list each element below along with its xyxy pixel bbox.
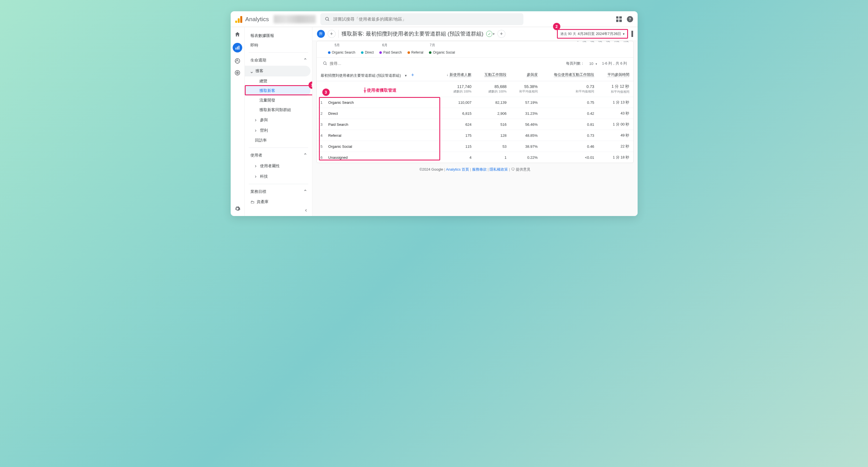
- folder-icon: 🗀: [250, 200, 254, 204]
- svg-rect-3: [237, 46, 238, 50]
- reports-icon[interactable]: [232, 43, 242, 53]
- sidebar-item-traffic[interactable]: 流量開發: [245, 96, 312, 105]
- sidebar-collapse-button[interactable]: ‹: [305, 207, 307, 213]
- sidebar-item-retention[interactable]: 回訪率: [245, 136, 312, 145]
- dimension-cell: 6 Unassigned: [317, 152, 437, 163]
- table-row[interactable]: 6 Unassigned410.22%<0.011 分 18 秒: [317, 152, 633, 163]
- metric-cell: 1: [475, 152, 510, 163]
- home-icon[interactable]: [234, 31, 241, 38]
- legend-item[interactable]: Referral: [407, 51, 424, 55]
- svg-line-1: [328, 20, 329, 21]
- metric-cell: 1 分 13 秒: [598, 97, 633, 108]
- svg-rect-2: [236, 48, 236, 50]
- chevron-up-icon: ⌃: [303, 152, 307, 158]
- chart-axis-num: 10萬: [614, 41, 619, 43]
- sidebar-section-lifecycle[interactable]: 生命週期 ⌃: [245, 55, 312, 66]
- chart-month-label: 5月: [335, 43, 340, 48]
- chart-area: 02萬4萬6萬8萬10萬12萬 5月6月7月 Organic SearchDir…: [317, 41, 633, 57]
- add-filter-button[interactable]: +: [497, 30, 505, 38]
- annotation-label-3: 使用者獲取管道: [365, 87, 397, 93]
- table-search-input[interactable]: [330, 61, 386, 66]
- col-engaged-sessions[interactable]: 互動工作階段: [475, 69, 510, 81]
- legend-item[interactable]: Organic Social: [429, 51, 455, 55]
- breadcrumb-bar: 所 + 獲取新客: 最初招攬到使用者的主要管道群組 (預設管道群組) ✓ ▾ +…: [312, 27, 638, 41]
- col-sessions-per-user[interactable]: 每位使用者互動工作階段: [542, 69, 598, 81]
- scope-badge[interactable]: 所: [317, 30, 325, 38]
- sidebar-item-acquisition[interactable]: ⌃ 獲客: [245, 66, 310, 76]
- footer-link-feedback[interactable]: 提供意見: [516, 167, 530, 172]
- metric-cell: 82,139: [475, 97, 510, 108]
- table-row[interactable]: 3 Paid Search62451656.46%0.811 分 00 秒: [317, 119, 633, 130]
- global-search[interactable]: [320, 13, 523, 25]
- add-dimension-button[interactable]: +: [411, 72, 414, 78]
- advertising-icon[interactable]: [234, 69, 241, 76]
- footer-link-home[interactable]: Analytics 首頁: [446, 167, 469, 172]
- table-controls: 每頁列數： 10 ▾ 1-6 列，共 6 列: [317, 57, 633, 69]
- page-title: 獲取新客: 最初招攬到使用者的主要管道群組 (預設管道群組): [341, 30, 484, 37]
- admin-gear-icon[interactable]: [234, 205, 241, 212]
- sidebar-section-user[interactable]: 使用者 ⌃: [245, 150, 312, 161]
- chevron-down-icon: ⌃: [250, 68, 254, 74]
- metric-cell: 6,815: [437, 108, 475, 119]
- rows-per-page-select[interactable]: 10 ▾: [589, 61, 597, 66]
- chart-axis-num: 6萬: [598, 41, 602, 43]
- search-input[interactable]: [333, 17, 519, 22]
- annotation-badge-3: 3: [322, 89, 330, 96]
- chevron-down-icon: ▾: [623, 32, 625, 36]
- metric-cell: 57.19%: [510, 97, 541, 108]
- svg-line-10: [326, 64, 327, 65]
- help-icon[interactable]: ?: [627, 16, 633, 22]
- sidebar-item-new-user-acquisition[interactable]: 獲取新客: [245, 86, 310, 96]
- table-row[interactable]: 5 Organic Social1155338.97%0.4622 秒: [317, 141, 633, 152]
- col-new-users[interactable]: ↓新使用者人數: [437, 69, 475, 81]
- sidebar-item-tech[interactable]: › 科技: [245, 171, 312, 182]
- dimension-cell: 5 Organic Social: [317, 141, 437, 152]
- dimension-header[interactable]: 最初招攬到使用者的主要管道群組 (預設管道群組) ▼ +: [317, 69, 437, 81]
- nav-rail: [231, 27, 245, 216]
- sidebar-item-engagement[interactable]: › 參與: [245, 115, 312, 125]
- status-check-icon[interactable]: ✓: [486, 31, 492, 37]
- sidebar-item-library[interactable]: 🗀 資產庫: [245, 197, 312, 207]
- sidebar-item-cohort[interactable]: 獲取新客同類群組: [245, 105, 312, 115]
- metric-cell: 43 秒: [598, 108, 633, 119]
- sidebar-section-goals[interactable]: 業務目標 ⌃: [245, 186, 312, 197]
- chart-axis-num: 2萬: [582, 41, 586, 43]
- table-row[interactable]: 2 Direct6,8152,90631.23%0.4243 秒: [317, 108, 633, 119]
- explore-icon[interactable]: [234, 58, 241, 64]
- footer-link-privacy[interactable]: 隱私權政策: [490, 167, 508, 172]
- sidebar-heading: 報表數據匯報: [245, 31, 312, 41]
- panel-toggle-icon[interactable]: [631, 31, 633, 37]
- metric-cell: 0.46: [542, 141, 598, 152]
- sidebar-item-monetization[interactable]: › 營利: [245, 125, 312, 136]
- chevron-right-icon: ›: [255, 174, 258, 179]
- add-comparison-button[interactable]: +: [328, 30, 336, 38]
- metric-cell: 110,007: [437, 97, 475, 108]
- date-range-picker[interactable]: 過去 90 天 4月28日至 2024年7月26日 ▾: [558, 30, 627, 37]
- sidebar: 報表數據匯報 即時 生命週期 ⌃ ⌃ 獲客 總覽 獲取新客 1 流量開發 獲: [245, 27, 312, 216]
- table-row[interactable]: 1 Organic Search110,00782,13957.19%0.751…: [317, 97, 633, 108]
- metric-cell: 49 秒: [598, 130, 633, 141]
- chevron-right-icon: ›: [255, 127, 258, 133]
- table-row[interactable]: 4 Referral17512848.85%0.7349 秒: [317, 130, 633, 141]
- col-engagement-rate[interactable]: 參與度: [510, 69, 541, 81]
- search-icon: [325, 17, 330, 22]
- sidebar-item-user-attributes[interactable]: › 使用者屬性: [245, 161, 312, 171]
- property-selector-blurred[interactable]: [274, 15, 316, 23]
- metric-cell: 175: [437, 130, 475, 141]
- chevron-down-icon[interactable]: ▾: [493, 32, 495, 36]
- logo[interactable]: Analytics: [235, 15, 269, 23]
- apps-icon[interactable]: [616, 17, 622, 22]
- legend-item[interactable]: Organic Search: [328, 51, 355, 55]
- row-range-label: 1-6 列，共 6 列: [602, 61, 627, 66]
- sidebar-item-overview[interactable]: 總覽: [245, 76, 312, 86]
- metric-cell: 0.42: [542, 108, 598, 119]
- chart-legend: Organic SearchDirectPaid SearchReferralO…: [328, 51, 622, 55]
- footer-link-tos[interactable]: 服務條款: [472, 167, 487, 172]
- sort-arrow-icon: ↓: [446, 72, 448, 77]
- legend-item[interactable]: Paid Search: [379, 51, 402, 55]
- chevron-right-icon: ›: [255, 163, 258, 169]
- legend-item[interactable]: Direct: [361, 51, 374, 55]
- arrow-down-icon: [365, 87, 365, 93]
- sidebar-item-realtime[interactable]: 即時: [245, 41, 312, 50]
- col-avg-engagement-time[interactable]: 平均參與時間: [598, 69, 633, 81]
